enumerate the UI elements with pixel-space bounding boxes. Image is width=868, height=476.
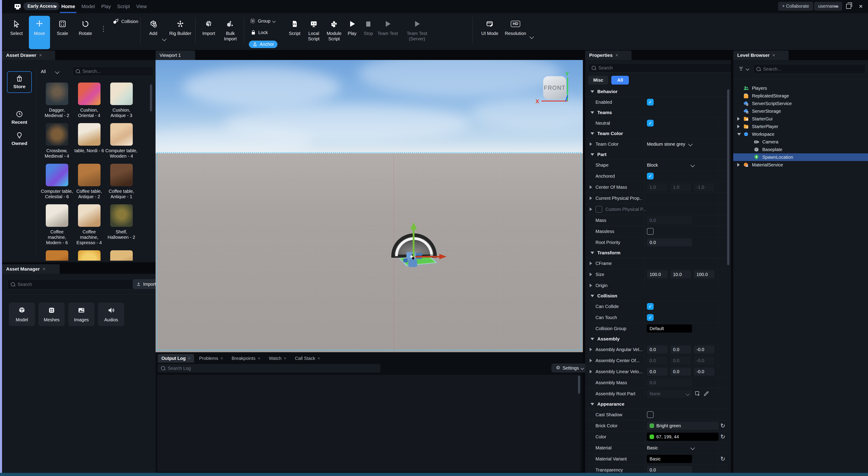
expand-icon[interactable] xyxy=(737,117,740,121)
expand-icon[interactable] xyxy=(590,262,592,265)
expand-icon[interactable] xyxy=(590,185,592,189)
asset-item[interactable]: Coffee machine, Espresso - 4 xyxy=(73,204,105,245)
viewport-3d[interactable]: FRONT Y X xyxy=(156,60,583,352)
size-x-field[interactable]: 100.0 xyxy=(647,270,668,278)
asset-manager-tab[interactable]: Asset Manager× xyxy=(2,264,60,274)
gizmo-x-arrowhead[interactable] xyxy=(439,254,446,259)
rig-builder-button[interactable]: Rig Builder xyxy=(168,16,192,49)
stop-button[interactable]: Stop xyxy=(360,16,376,49)
asset-manager-search-input[interactable]: Search xyxy=(7,279,136,290)
anchor-toggle-button[interactable]: Anchor xyxy=(249,40,277,48)
category-model[interactable]: Model xyxy=(9,303,35,326)
expand-icon[interactable] xyxy=(590,370,592,374)
expand-icon[interactable] xyxy=(590,348,592,351)
menu-tab-play[interactable]: Play xyxy=(98,0,114,13)
category-meshes[interactable]: Meshes xyxy=(38,303,65,326)
menu-tab-home[interactable]: Home xyxy=(58,0,78,13)
property-row[interactable]: Size 100.010.0100.0 xyxy=(585,269,727,280)
property-row[interactable]: Color 67, 199, 44 ↻ xyxy=(585,431,727,442)
property-row[interactable]: Current Physical Prop... xyxy=(585,192,727,204)
tools-overflow-button[interactable]: ⋮ xyxy=(100,25,107,33)
property-row[interactable]: Can Collide✓ xyxy=(585,301,727,312)
expand-icon[interactable] xyxy=(737,125,740,128)
property-row[interactable]: Custom Physical P... xyxy=(585,204,727,215)
asset-item[interactable]: table, Nordi - 6 xyxy=(73,123,105,159)
tree-item-baseplate[interactable]: Baseplate xyxy=(733,146,868,153)
tab-problems[interactable]: Problems× xyxy=(195,354,226,363)
local-script-button[interactable]: Local Script xyxy=(303,16,324,49)
minimize-button[interactable]: — xyxy=(831,2,841,11)
vector-x-field[interactable]: 0.0 xyxy=(647,346,668,354)
tree-item-material-service[interactable]: MaterialService xyxy=(733,161,868,169)
close-icon[interactable]: × xyxy=(284,356,286,361)
close-icon[interactable]: × xyxy=(772,52,775,58)
tree-item-starter-player[interactable]: StarterPlayer xyxy=(733,123,868,130)
property-row[interactable]: Massless xyxy=(585,226,727,237)
property-row[interactable]: Shape Block xyxy=(585,159,727,171)
scale-tool-button[interactable]: Scale xyxy=(52,16,73,49)
asset-drawer-tab[interactable]: Asset Drawer× xyxy=(2,51,55,60)
output-log-body[interactable] xyxy=(157,375,581,472)
checkbox-checked[interactable]: ✓ xyxy=(647,314,654,321)
tab-watch[interactable]: Watch× xyxy=(265,354,290,363)
group-button[interactable]: Group xyxy=(250,18,275,24)
material-variant-field[interactable]: Basic xyxy=(647,455,692,463)
expand-icon[interactable] xyxy=(590,273,592,276)
gizmo-y-arrowhead[interactable] xyxy=(410,222,417,230)
expand-icon[interactable] xyxy=(590,197,592,200)
properties-tab[interactable]: Properties× xyxy=(585,51,631,60)
ui-mode-button[interactable]: UI Mode xyxy=(479,16,500,49)
tab-breakpoints[interactable]: Breakpoints× xyxy=(228,354,264,363)
move-tool-button[interactable]: Move xyxy=(29,16,50,49)
collision-toggle[interactable]: Collision xyxy=(112,18,138,25)
close-icon[interactable]: × xyxy=(318,356,320,361)
expand-icon[interactable] xyxy=(590,359,592,362)
color-rgb-field[interactable]: 67, 199, 44 xyxy=(647,433,719,441)
close-icon[interactable]: × xyxy=(188,356,191,361)
search-log-input[interactable]: Search Log xyxy=(158,364,380,373)
add-button[interactable]: Add xyxy=(143,16,163,49)
collapse-icon[interactable] xyxy=(737,133,741,136)
vector-y-field[interactable]: 1.0 xyxy=(670,183,691,191)
tab-call-stack[interactable]: Call Stack× xyxy=(291,354,324,363)
property-row[interactable]: Enabled✓ xyxy=(585,96,727,108)
eyedropper-icon[interactable] xyxy=(703,391,709,397)
asset-item[interactable]: Crossbow, Medieval - 4 xyxy=(41,123,73,159)
category-audios[interactable]: Audios xyxy=(98,303,124,326)
section-collision[interactable]: Collision xyxy=(585,291,727,301)
property-row[interactable]: Assembly Mass0.0 xyxy=(585,377,727,388)
rotate-tool-button[interactable]: Rotate xyxy=(75,16,96,49)
asset-item[interactable]: Dagger, Medieval - 2 xyxy=(41,83,73,118)
property-row[interactable]: Material Basic xyxy=(585,442,727,453)
tree-item-server-storage[interactable]: ServerStorage xyxy=(733,107,868,115)
vector-x-field[interactable]: 0.0 xyxy=(647,356,668,365)
property-row[interactable]: Assembly Root Part None xyxy=(585,388,727,399)
expand-icon[interactable] xyxy=(590,207,592,211)
material-dropdown[interactable]: Basic xyxy=(647,445,694,450)
reset-icon[interactable]: ↻ xyxy=(720,422,725,429)
recent-nav-button[interactable]: Recent xyxy=(7,107,32,128)
property-row[interactable]: Team Color Medium stone grey xyxy=(585,139,727,149)
tree-item-workspace[interactable]: Workspace xyxy=(733,130,868,138)
menu-tab-script[interactable]: Script xyxy=(114,0,133,13)
close-icon[interactable]: × xyxy=(258,356,260,361)
asset-category-dropdown[interactable]: All xyxy=(41,69,59,74)
expand-icon[interactable] xyxy=(590,284,592,287)
property-row[interactable]: Brick Color Bright green ↻ xyxy=(585,420,727,431)
tree-item-spawn-location[interactable]: SpawnLocation xyxy=(733,153,868,161)
resolution-chevron-icon[interactable] xyxy=(529,34,534,39)
section-behavior[interactable]: Behavior xyxy=(585,87,727,96)
checkbox-checked[interactable]: ✓ xyxy=(647,120,654,126)
close-button[interactable]: × xyxy=(856,2,866,11)
brick-color-field[interactable]: Bright green xyxy=(647,422,719,430)
property-row[interactable]: Origin xyxy=(585,280,727,291)
store-nav-button[interactable]: Store xyxy=(7,71,32,93)
filter-tab-all[interactable]: All xyxy=(611,76,629,85)
checkbox-checked[interactable]: ✓ xyxy=(647,173,654,179)
vector-y-field[interactable]: 0.0 xyxy=(670,356,691,365)
close-icon[interactable]: × xyxy=(615,52,618,58)
vector-y-field[interactable]: 0.0 xyxy=(670,367,691,376)
tree-item-starter-gui[interactable]: StarterGui xyxy=(733,115,868,123)
asset-search-input[interactable]: Search... xyxy=(72,66,154,76)
output-scrollbar[interactable] xyxy=(578,376,580,394)
